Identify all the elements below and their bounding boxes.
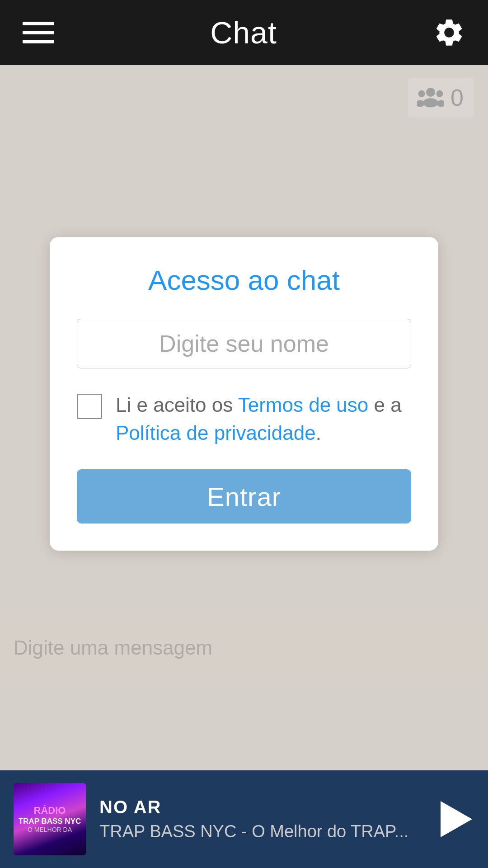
svg-point-5 [436, 100, 444, 107]
terms-text-before: Li e aceito os [116, 394, 238, 416]
terms-checkbox[interactable] [77, 394, 102, 419]
album-text-mid: TRAP BASS NYC [16, 817, 84, 826]
terms-text-end: . [316, 422, 321, 444]
svg-point-0 [426, 88, 435, 97]
menu-button[interactable] [23, 22, 54, 43]
users-badge: 0 [408, 78, 474, 118]
svg-point-1 [423, 98, 438, 107]
svg-point-4 [436, 90, 443, 97]
svg-point-3 [417, 100, 425, 107]
terms-row: Li e aceito os Termos de uso e a Polític… [77, 391, 411, 447]
page-title: Chat [210, 15, 277, 50]
album-text-top: RÁDIO [34, 805, 66, 816]
svg-point-2 [418, 90, 425, 97]
modal-title: Acesso ao chat [77, 264, 411, 296]
now-playing-track: TRAP BASS NYC - O Melhor do TRAP... [99, 822, 420, 841]
terms-of-use-link[interactable]: Termos de uso [238, 394, 369, 416]
play-icon [441, 801, 472, 837]
terms-text-middle: e a [368, 394, 401, 416]
terms-checkbox-wrapper[interactable] [77, 394, 102, 421]
message-input-placeholder: Digite uma mensagem [14, 637, 212, 659]
settings-button[interactable] [433, 16, 465, 49]
users-group-icon [417, 85, 444, 110]
message-input-area: Digite uma mensagem [0, 623, 488, 673]
chat-area: 0 Acesso ao chat Li e aceito os Termos d… [0, 65, 488, 770]
header: Chat [0, 0, 488, 65]
privacy-policy-link[interactable]: Política de privacidade [116, 422, 316, 444]
now-playing-info: NO AR TRAP BASS NYC - O Melhor do TRAP..… [99, 797, 420, 841]
enter-button[interactable]: Entrar [77, 469, 411, 524]
album-text-sub: O MELHOR DA [28, 826, 72, 834]
album-art: RÁDIO TRAP BASS NYC O MELHOR DA [14, 783, 86, 855]
chat-access-modal: Acesso ao chat Li e aceito os Termos de … [50, 237, 438, 551]
play-button[interactable] [434, 799, 474, 840]
terms-text: Li e aceito os Termos de uso e a Polític… [116, 391, 411, 447]
now-playing-label: NO AR [99, 797, 420, 817]
users-count: 0 [450, 84, 464, 111]
now-playing-bar: RÁDIO TRAP BASS NYC O MELHOR DA NO AR TR… [0, 770, 488, 868]
name-input[interactable] [77, 319, 411, 368]
